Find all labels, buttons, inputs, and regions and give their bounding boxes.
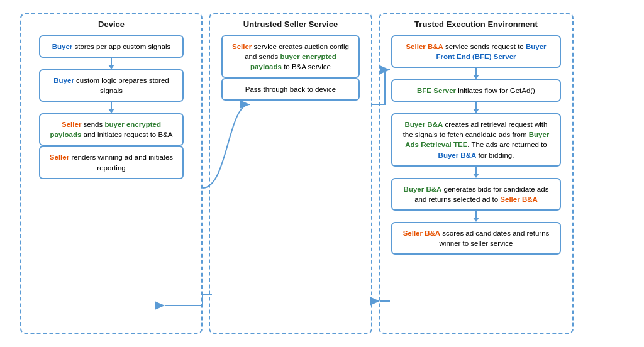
seller-renders-text: renders winning ad and initiates reporti…: [69, 153, 173, 171]
box-pass-through: Pass through back to device: [221, 78, 360, 101]
box-seller-renders: Seller renders winning ad and initiates …: [39, 146, 184, 179]
box-buyer-ba-generates: Buyer B&A generates bids for candidate a…: [391, 178, 561, 211]
buyer-stores-buyer: Buyer: [52, 43, 73, 50]
untrusted-container: Untrusted Seller Service Seller service …: [209, 13, 372, 334]
box-bfe-server: BFE Server initiates flow for GetAd(): [391, 79, 561, 102]
arrow-line: [475, 211, 477, 218]
untrusted-column: Untrusted Seller Service Seller service …: [209, 13, 372, 334]
seller-service-text2: to B&A service: [282, 63, 331, 70]
bba-creates-text3: for bidding.: [476, 151, 514, 159]
arrow-tee-2: [385, 102, 567, 113]
box-seller-ba-scores: Seller B&A scores ad candidates and retu…: [391, 222, 561, 255]
arrow-head: [108, 109, 114, 113]
seller-sends-text2: and initiates request to B&A: [81, 131, 172, 138]
bba-creates-buyer-ba: Buyer B&A: [438, 151, 477, 159]
arrow-line: [475, 102, 477, 109]
pass-through-text: Pass through back to device: [245, 85, 336, 93]
device-column: Device Buyer stores per app custom signa…: [20, 13, 203, 334]
tee-container: Trusted Execution Environment Seller B&A…: [379, 13, 574, 334]
arrow-tee-4: [385, 211, 567, 222]
bba-gen-seller-ba: Seller B&A: [500, 196, 537, 203]
box-buyer-custom: Buyer custom logic prepares stored signa…: [39, 69, 184, 102]
box-seller-sends: Seller sends buyer encrypted payloads an…: [39, 113, 184, 146]
box-seller-ba-request: Seller B&A service sends request to Buye…: [391, 35, 561, 68]
device-boxes: Buyer stores per app custom signals Buye…: [26, 35, 196, 179]
arrow-head: [108, 65, 114, 69]
arrow-head: [473, 109, 479, 113]
seller-renders-seller: Seller: [50, 153, 69, 161]
tee-title: Trusted Execution Environment: [414, 19, 538, 29]
seller-service-seller: Seller: [232, 43, 252, 50]
box-buyer-stores: Buyer stores per app custom signals: [39, 35, 184, 58]
arrow-line: [111, 102, 112, 109]
arrow-head: [473, 218, 479, 222]
buyer-custom-buyer: Buyer: [53, 77, 74, 84]
untrusted-title: Untrusted Seller Service: [243, 19, 338, 29]
box-buyer-ba-creates: Buyer B&A creates ad retrieval request w…: [391, 113, 561, 166]
bba-gen-label: Buyer B&A: [404, 185, 442, 193]
diagram: Device Buyer stores per app custom signa…: [14, 7, 630, 340]
bba-creates-label: Buyer B&A: [405, 121, 443, 128]
bfe-server-label: BFE Server: [417, 87, 456, 94]
bba-creates-text2: . The ads are returned to: [467, 141, 547, 148]
arrow-line: [475, 167, 477, 174]
untrusted-boxes: Seller service creates auction config an…: [215, 35, 366, 101]
sba-scores-text: scores ad candidates and returns winner …: [440, 229, 550, 247]
device-container: Device Buyer stores per app custom signa…: [20, 13, 203, 334]
arrow-line: [111, 58, 112, 65]
sba-request-seller: Seller B&A: [406, 43, 443, 50]
buyer-stores-text: stores per app custom signals: [72, 43, 170, 50]
device-title: Device: [98, 19, 125, 29]
arrow-tee-1: [385, 68, 567, 79]
arrow-tee-3: [385, 167, 567, 178]
tee-column: Trusted Execution Environment Seller B&A…: [379, 13, 574, 334]
arrow-2: [26, 102, 196, 113]
buyer-custom-text: custom logic prepares stored signals: [74, 77, 169, 94]
bfe-server-text: initiates flow for GetAd(): [456, 87, 535, 94]
tee-boxes: Seller B&A service sends request to Buye…: [385, 35, 567, 255]
seller-sends-text1: sends: [81, 121, 104, 128]
seller-sends-seller: Seller: [62, 121, 81, 128]
sba-scores-label: Seller B&A: [403, 229, 440, 237]
arrow-head: [473, 174, 479, 178]
arrow-1: [26, 58, 196, 69]
box-seller-service: Seller service creates auction config an…: [221, 35, 360, 78]
sba-request-text1: service sends request to: [443, 43, 526, 50]
arrow-head: [473, 75, 479, 79]
arrow-line: [475, 68, 477, 75]
